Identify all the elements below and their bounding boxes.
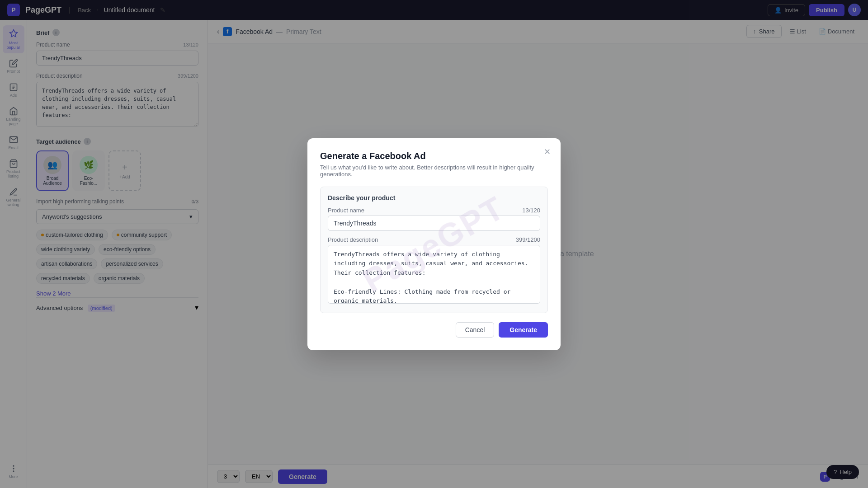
modal-close-button[interactable]: ✕ [541, 145, 553, 158]
modal-footer: Cancel Generate [320, 322, 548, 338]
modal-title: Generate a Facebook Ad [320, 151, 548, 161]
modal-section-title: Describe your product [328, 194, 540, 202]
modal-product-desc-label-row: Product description 399/1200 [328, 236, 540, 243]
modal-overlay: PageGPT ✕ Generate a Facebook Ad Tell us… [0, 0, 868, 488]
modal-product-section: Describe your product Product name 13/12… [320, 187, 548, 313]
modal-product-name-count: 13/120 [522, 207, 540, 214]
modal-product-desc-textarea[interactable]: TrendyThreads offers a wide variety of c… [328, 245, 540, 304]
cancel-button[interactable]: Cancel [456, 322, 495, 338]
modal-product-name-label: Product name [328, 207, 364, 214]
modal-product-desc-label: Product description [328, 236, 378, 243]
modal-generate-button[interactable]: Generate [499, 322, 548, 338]
modal-dialog: PageGPT ✕ Generate a Facebook Ad Tell us… [307, 138, 561, 350]
modal-subtitle: Tell us what you'd like to write about. … [320, 164, 548, 178]
modal-product-name-label-row: Product name 13/120 [328, 207, 540, 214]
modal-product-name-input[interactable] [328, 216, 540, 231]
modal-product-desc-count: 399/1200 [516, 236, 540, 243]
